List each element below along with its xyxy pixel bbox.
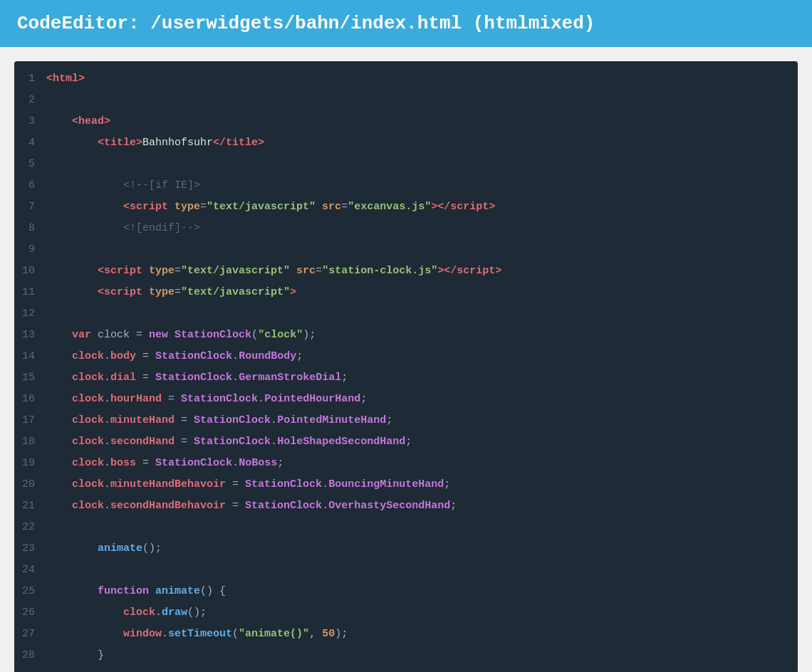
token: dial: [110, 372, 136, 384]
code-line: 25 function animate() {: [14, 581, 798, 602]
code-line: 26 clock.draw();: [14, 602, 798, 624]
code-line: 7 <script type="text/javascript" src="ex…: [14, 196, 798, 218]
token: boss: [110, 457, 136, 469]
token: "animate()": [239, 628, 309, 640]
token: [46, 265, 98, 277]
line-content: [46, 518, 53, 537]
token: "excanvas.js": [348, 201, 431, 213]
token: <![endif]-->: [123, 222, 200, 234]
line-content: <html>: [46, 70, 85, 88]
token: "text/javascript": [181, 265, 290, 277]
token: StationClock: [245, 478, 322, 490]
token: [46, 607, 123, 619]
token: clock: [72, 372, 104, 384]
editor-container[interactable]: 1<html>2 3 <head>4 <title>Bahnhofsuhr</t…: [14, 61, 798, 672]
token: .: [322, 500, 328, 512]
token: ();: [187, 607, 207, 619]
token: [46, 585, 98, 597]
token: .: [104, 414, 110, 426]
line-content: clock.draw();: [46, 604, 207, 622]
code-line: 21 clock.secondHandBehavoir = StationClo…: [14, 495, 798, 517]
code-line: 24: [14, 560, 798, 581]
code-line: 28 }: [14, 645, 798, 666]
header-title: CodeEditor: /userwidgets/bahn/index.html…: [17, 13, 595, 34]
line-number: 20: [14, 476, 46, 494]
token: <!--[if IE]>: [123, 179, 200, 191]
token: animate: [98, 542, 142, 555]
token: =: [136, 457, 155, 469]
token: =: [136, 372, 155, 384]
line-content: clock.secondHand = StationClock.HoleShap…: [46, 433, 412, 451]
token: var: [72, 329, 98, 341]
line-number: 14: [14, 347, 46, 366]
line-number: 16: [14, 390, 46, 409]
token: >: [495, 265, 501, 277]
line-content: clock.hourHand = StationClock.PointedHou…: [46, 390, 367, 409]
token: setTimeout: [168, 628, 232, 640]
token: =: [200, 201, 207, 213]
token: () {: [200, 585, 226, 597]
token: 50: [322, 628, 335, 640]
token: StationClock: [155, 372, 232, 384]
token: .: [104, 478, 110, 490]
token: .: [104, 350, 110, 362]
line-content: clock.boss = StationClock.NoBoss;: [46, 454, 283, 473]
line-number: 7: [14, 198, 46, 216]
line-number: 24: [14, 561, 46, 579]
token: <title>: [98, 137, 142, 149]
line-number: 18: [14, 433, 46, 451]
token: "clock": [258, 329, 303, 341]
code-line: 20 clock.minuteHandBehavoir = StationClo…: [14, 474, 798, 495]
line-number: 4: [14, 134, 46, 152]
token: [46, 478, 72, 490]
token: GermanStrokeDial: [239, 372, 341, 384]
token: [46, 179, 123, 191]
token: .: [232, 457, 239, 469]
token: ;: [296, 350, 303, 362]
token: =: [175, 436, 194, 448]
line-number: 10: [14, 262, 46, 280]
line-number: 2: [14, 91, 46, 110]
line-number: 27: [14, 625, 46, 644]
token: =: [175, 265, 181, 277]
code-line: 10 <script type="text/javascript" src="s…: [14, 261, 798, 282]
token: .: [232, 350, 239, 362]
token: [46, 542, 98, 555]
line-content: clock.minuteHandBehavoir = StationClock.…: [46, 476, 450, 494]
token: window: [123, 628, 162, 640]
code-line: 19 clock.boss = StationClock.NoBoss;: [14, 453, 798, 474]
token: type: [149, 265, 175, 277]
token: ;: [405, 436, 412, 448]
line-number: 26: [14, 604, 46, 622]
token: .: [104, 500, 110, 512]
code-line: 15 clock.dial = StationClock.GermanStrok…: [14, 367, 798, 389]
token: NoBoss: [239, 457, 277, 469]
line-content: <title>Bahnhofsuhr</title>: [46, 134, 264, 152]
token: <head>: [72, 115, 110, 127]
code-line: 13 var clock = new StationClock("clock")…: [14, 325, 798, 346]
token: "text/javascript": [181, 286, 290, 298]
line-number: 1: [14, 70, 46, 88]
token: ;: [277, 457, 283, 469]
token: StationClock: [155, 457, 232, 469]
token: .: [104, 393, 110, 405]
token: </title>: [213, 137, 264, 149]
line-content: <!--[if IE]>: [46, 177, 200, 195]
token: HoleShapedSecondHand: [277, 436, 405, 448]
token: Bahnhofsuhr: [142, 137, 213, 149]
token: [46, 393, 72, 405]
code-line: 3 <head>: [14, 111, 798, 132]
token: StationClock: [181, 393, 258, 405]
token: [46, 457, 72, 469]
token: [46, 137, 98, 149]
token: StationClock: [175, 329, 251, 341]
token: =: [136, 350, 155, 362]
line-number: 13: [14, 326, 46, 345]
line-number: 15: [14, 369, 46, 387]
token: RoundBody: [239, 350, 296, 362]
token: OverhastySecondHand: [328, 500, 450, 512]
line-content: [46, 91, 53, 110]
token: clock: [72, 478, 104, 490]
line-number: 17: [14, 411, 46, 430]
token: script: [450, 201, 489, 213]
